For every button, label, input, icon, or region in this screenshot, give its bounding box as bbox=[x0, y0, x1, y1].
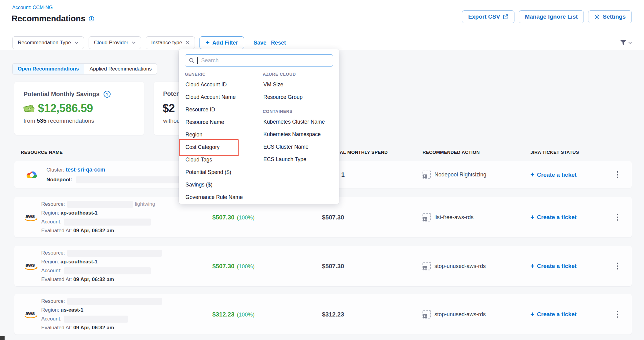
spend-amount-partial: $2 bbox=[163, 102, 175, 115]
add-filter-button[interactable]: + Add Filter bbox=[199, 36, 244, 49]
tab-applied-recommendations[interactable]: Applied Recommendations bbox=[84, 64, 157, 74]
create-ticket-button[interactable]: + Create a ticket bbox=[530, 262, 576, 269]
recommended-action: list-free-aws-rds bbox=[423, 213, 474, 221]
potential-monthly-savings-card: Potential Monthly Savings ? $12,586.59 f… bbox=[14, 82, 144, 135]
save-filter-link[interactable]: Save bbox=[254, 40, 266, 46]
row-menu-button[interactable] bbox=[615, 212, 620, 222]
gcp-logo-icon bbox=[24, 169, 40, 180]
filter-option-savings[interactable]: Savings ($) bbox=[185, 179, 260, 191]
row-menu-button[interactable] bbox=[615, 169, 620, 180]
filter-option-cloud-account-id[interactable]: Cloud Account ID bbox=[185, 78, 260, 91]
recommendation-row[interactable]: aws Resource: Region: ap-southeast-1 Acc… bbox=[14, 246, 632, 286]
filter-option-ecs-cluster-name[interactable]: ECS Cluster Name bbox=[263, 141, 335, 153]
create-ticket-label: Create a ticket bbox=[537, 311, 576, 318]
filter-option-cost-category[interactable]: Cost Category bbox=[185, 141, 260, 154]
filter-chip-instance-type[interactable]: Instance type bbox=[146, 36, 195, 49]
recommended-action: stop-unused-aws-rds bbox=[423, 310, 486, 318]
monthly-spend-value: 1 bbox=[341, 171, 345, 178]
col-header-recommended-action: RECOMMENDED ACTION bbox=[423, 150, 480, 155]
plus-icon: + bbox=[530, 214, 534, 221]
text-caret bbox=[197, 57, 198, 64]
create-ticket-label: Create a ticket bbox=[537, 263, 576, 269]
action-label: list-free-aws-rds bbox=[434, 214, 474, 220]
monthly-spend-value: $312.23 bbox=[322, 311, 344, 318]
filter-option-resource-group[interactable]: Resource Group bbox=[263, 91, 335, 103]
create-ticket-button[interactable]: + Create a ticket bbox=[530, 171, 576, 178]
chevron-down-icon bbox=[132, 42, 136, 44]
settings-button[interactable]: Settings bbox=[588, 10, 632, 23]
cluster-name-link[interactable]: test-sri-qa-ccm bbox=[66, 167, 105, 173]
recommendations-page: Account: CCM-NG Recommendations Export C… bbox=[0, 0, 644, 340]
region-value: ap-southeast-1 bbox=[60, 259, 97, 265]
create-ticket-label: Create a ticket bbox=[537, 171, 576, 178]
action-label: Nodepool Rightsizing bbox=[434, 172, 486, 178]
filter-option-kubernetes-cluster-name[interactable]: Kubernetes Cluster Name bbox=[263, 116, 335, 128]
filter-search-input[interactable] bbox=[201, 57, 329, 64]
gear-icon bbox=[594, 14, 600, 20]
monthly-spend-value: $507.30 bbox=[322, 214, 344, 221]
col-header-total-monthly-spend: AL MONTHLY SPEND bbox=[340, 150, 388, 155]
close-icon[interactable] bbox=[186, 41, 189, 45]
export-csv-button[interactable]: Export CSV bbox=[462, 10, 514, 23]
filter-panel-toggle[interactable] bbox=[620, 40, 632, 46]
export-csv-label: Export CSV bbox=[468, 13, 500, 20]
filter-option-governance-rule-name[interactable]: Governance Rule Name bbox=[185, 191, 260, 204]
recommendation-count: 535 bbox=[37, 118, 46, 124]
tab-open-recommendations[interactable]: Open Recommendations bbox=[13, 64, 84, 74]
screenshot-corner-artifact bbox=[0, 336, 5, 340]
region-value: us-east-1 bbox=[60, 307, 83, 313]
svg-text:?: ? bbox=[106, 92, 108, 96]
help-icon[interactable]: ? bbox=[103, 90, 111, 98]
filter-option-kubernetes-namespace[interactable]: Kubernetes Namespace bbox=[263, 128, 335, 141]
filter-option-potential-spend[interactable]: Potential Spend ($) bbox=[185, 166, 260, 179]
filter-option-cloud-account-name[interactable]: Cloud Account Name bbox=[185, 91, 260, 103]
filter-option-vm-size[interactable]: VM Size bbox=[263, 78, 335, 91]
plus-icon: + bbox=[530, 171, 534, 178]
page-title: Recommendations bbox=[12, 14, 86, 24]
manage-ignore-list-label: Manage Ignore List bbox=[525, 13, 578, 20]
savings-percent: (100%) bbox=[237, 311, 254, 317]
row-menu-button[interactable] bbox=[615, 261, 620, 271]
resource-details: Resource: Region: us-east-1 Account: Eva… bbox=[41, 297, 162, 332]
resource-details: Resource: Region: ap-southeast-1 Account… bbox=[41, 248, 162, 284]
card-title: Potential Monthly Savings bbox=[24, 91, 100, 98]
monthly-savings-value: $507.30(100%) bbox=[212, 262, 254, 269]
resource-details: Resource:lightwing Region: ap-southeast-… bbox=[41, 200, 155, 235]
evaluated-at-value: 09 Apr, 06:32 am bbox=[73, 325, 114, 331]
savings-percent: (100%) bbox=[237, 263, 254, 269]
filter-option-resource-name[interactable]: Resource Name bbox=[185, 116, 260, 128]
aws-logo-icon: aws bbox=[24, 309, 40, 320]
row-menu-button[interactable] bbox=[615, 309, 620, 320]
plus-icon: + bbox=[206, 39, 210, 46]
image-placeholder-icon bbox=[423, 171, 431, 179]
aws-logo-icon: aws bbox=[24, 212, 40, 222]
section-title-azure-cloud: AZURE CLOUD bbox=[263, 70, 335, 78]
recommendations-tabs: Open Recommendations Applied Recommendat… bbox=[12, 63, 157, 74]
manage-ignore-list-button[interactable]: Manage Ignore List bbox=[519, 10, 584, 23]
funnel-icon bbox=[620, 40, 627, 46]
create-ticket-button[interactable]: + Create a ticket bbox=[530, 214, 576, 221]
image-placeholder-icon bbox=[423, 310, 431, 318]
filter-chip-cloud-provider[interactable]: Cloud Provider bbox=[89, 36, 141, 49]
filter-chip-recommendation-type[interactable]: Recommendation Type bbox=[12, 36, 84, 49]
chevron-down-icon bbox=[628, 42, 632, 44]
chip-label: Cloud Provider bbox=[94, 40, 128, 46]
filter-option-resource-id[interactable]: Resource ID bbox=[185, 103, 260, 116]
evaluated-at-value: 09 Apr, 06:32 am bbox=[73, 277, 114, 282]
settings-label: Settings bbox=[603, 13, 626, 20]
recommendation-row[interactable]: aws Resource: Region: us-east-1 Account:… bbox=[14, 294, 632, 335]
filter-option-cloud-tags[interactable]: Cloud Tags bbox=[185, 154, 260, 166]
image-placeholder-icon bbox=[423, 213, 431, 221]
savings-percent: (100%) bbox=[237, 214, 254, 220]
card-title-partial: Poten bbox=[163, 90, 180, 97]
filter-option-ecs-launch-type[interactable]: ECS Launch Type bbox=[263, 153, 335, 166]
svg-text:aws: aws bbox=[25, 213, 35, 219]
reset-filter-link[interactable]: Reset bbox=[271, 40, 286, 46]
breadcrumb-account-link[interactable]: Account: CCM-NG bbox=[12, 5, 53, 10]
aws-logo-icon: aws bbox=[24, 261, 40, 271]
create-ticket-button[interactable]: + Create a ticket bbox=[530, 311, 576, 318]
filter-option-region[interactable]: Region bbox=[185, 128, 260, 141]
recommended-action: Nodepool Rightsizing bbox=[423, 171, 486, 179]
info-icon[interactable] bbox=[89, 16, 94, 22]
dropdown-column-generic: GENERIC Cloud Account ID Cloud Account N… bbox=[185, 67, 260, 204]
